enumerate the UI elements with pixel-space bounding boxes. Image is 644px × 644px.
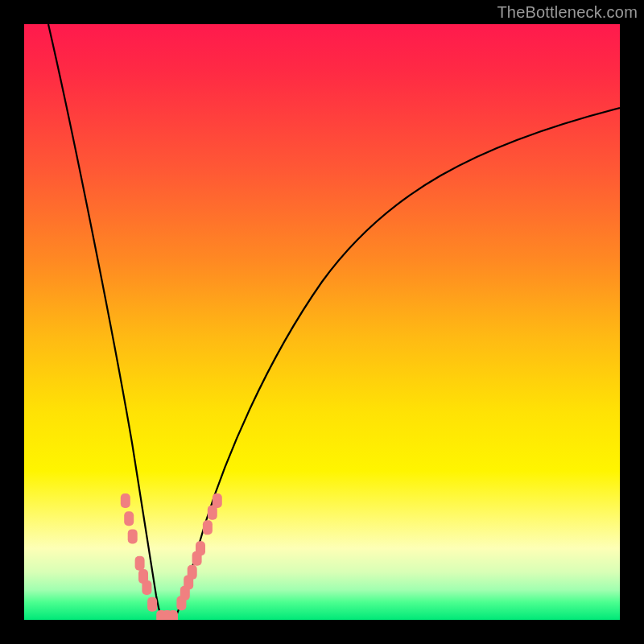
watermark-text: TheBottleneck.com	[497, 3, 638, 22]
right-branch-highlight-marker	[196, 541, 205, 555]
marker-group	[121, 493, 222, 620]
plot-area	[24, 24, 620, 620]
left-branch-highlight-marker	[147, 597, 157, 612]
left-branch-highlight-marker	[142, 580, 151, 595]
right-branch-curve	[175, 108, 620, 617]
left-branch-highlight-marker	[124, 511, 134, 526]
left-branch-highlight-marker	[128, 529, 138, 543]
left-branch-curve	[48, 24, 162, 617]
right-branch-highlight-marker	[213, 493, 222, 508]
left-branch-highlight-marker	[121, 493, 130, 508]
right-branch-highlight-marker	[203, 520, 213, 535]
chart-svg	[24, 24, 620, 620]
curve-group	[48, 24, 620, 618]
chart-frame: TheBottleneck.com	[0, 0, 644, 644]
right-branch-highlight-marker	[188, 565, 197, 580]
left-branch-highlight-marker	[135, 556, 145, 571]
floor-highlight-marker	[168, 610, 178, 620]
